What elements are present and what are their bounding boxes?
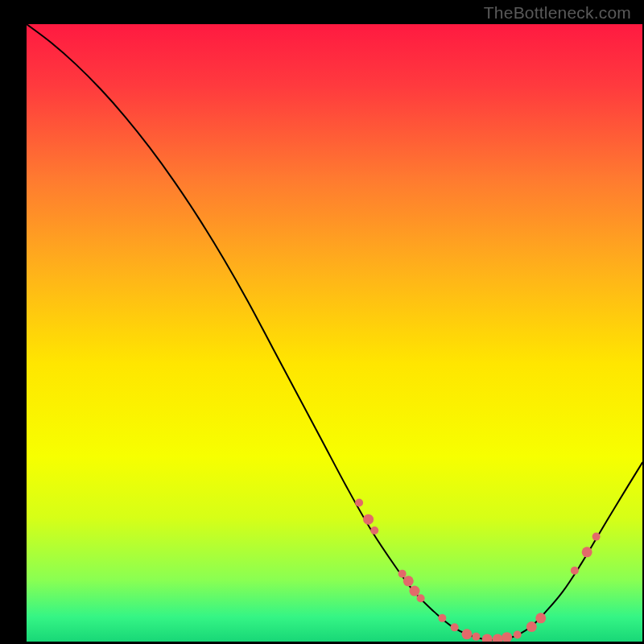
highlight-dot [502,632,512,642]
highlight-dot [409,586,419,597]
highlight-dot [571,567,579,575]
watermark-label: TheBottleneck.com [484,3,631,23]
highlight-dot [355,498,363,506]
highlight-dot [582,547,592,557]
highlight-dot [417,594,425,602]
chart-container: TheBottleneck.com [0,0,644,644]
highlight-dot [493,634,503,644]
highlight-dot [398,570,407,578]
highlight-dot [403,576,414,586]
highlight-dot [472,633,480,641]
highlight-dot [526,621,537,632]
highlight-dot [438,614,446,622]
highlight-dot [363,514,374,525]
highlight-dot [535,613,546,623]
highlight-dot [592,533,601,541]
highlight-dot [370,526,378,535]
highlight-dot [461,629,472,639]
highlight-dot [451,623,459,631]
highlight-dot [482,634,493,644]
bottleneck-chart [0,0,644,644]
plot-background [27,24,642,642]
highlight-dot [514,631,522,639]
